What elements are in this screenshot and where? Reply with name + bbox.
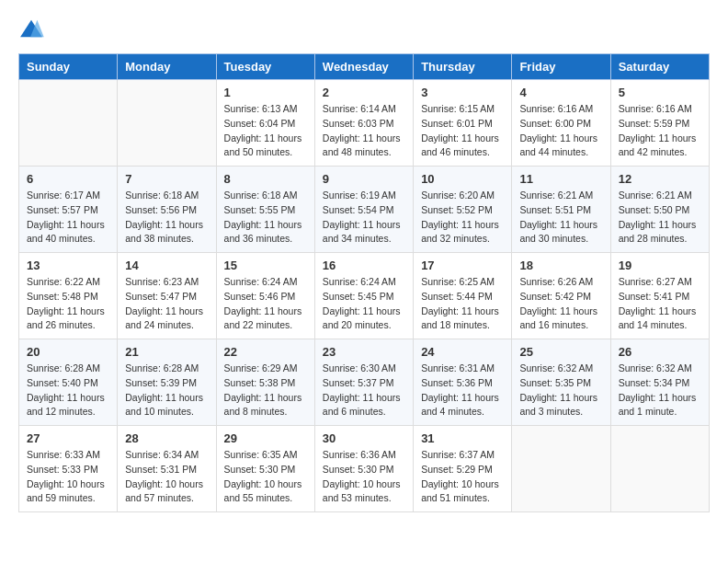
- weekday-row: SundayMondayTuesdayWednesdayThursdayFrid…: [19, 54, 710, 80]
- weekday-header-monday: Monday: [118, 54, 216, 80]
- calendar-cell: 25Sunrise: 6:32 AMSunset: 5:35 PMDayligh…: [512, 339, 610, 426]
- day-info: Sunrise: 6:18 AMSunset: 5:55 PMDaylight:…: [224, 189, 307, 247]
- calendar-cell: 2Sunrise: 6:14 AMSunset: 6:03 PMDaylight…: [314, 80, 413, 167]
- day-info: Sunrise: 6:18 AMSunset: 5:56 PMDaylight:…: [125, 189, 208, 247]
- day-info: Sunrise: 6:17 AMSunset: 5:57 PMDaylight:…: [27, 189, 109, 247]
- day-info: Sunrise: 6:21 AMSunset: 5:50 PMDaylight:…: [619, 189, 701, 247]
- calendar-cell: 7Sunrise: 6:18 AMSunset: 5:56 PMDaylight…: [118, 167, 216, 253]
- calendar-cell: 8Sunrise: 6:18 AMSunset: 5:55 PMDaylight…: [216, 167, 314, 253]
- calendar-cell: 19Sunrise: 6:27 AMSunset: 5:41 PMDayligh…: [610, 253, 709, 339]
- day-number: 14: [125, 259, 208, 272]
- day-number: 26: [619, 345, 701, 359]
- logo: [18, 18, 48, 39]
- day-number: 19: [619, 259, 701, 272]
- calendar-cell: 13Sunrise: 6:22 AMSunset: 5:48 PMDayligh…: [19, 253, 118, 339]
- calendar-cell: 18Sunrise: 6:26 AMSunset: 5:42 PMDayligh…: [512, 253, 610, 339]
- calendar-cell: 4Sunrise: 6:16 AMSunset: 6:00 PMDaylight…: [512, 80, 610, 167]
- day-info: Sunrise: 6:32 AMSunset: 5:34 PMDaylight:…: [619, 362, 701, 419]
- calendar-cell: 27Sunrise: 6:33 AMSunset: 5:33 PMDayligh…: [19, 426, 118, 512]
- day-number: 17: [421, 259, 504, 272]
- day-number: 21: [125, 345, 208, 359]
- weekday-header-sunday: Sunday: [19, 54, 118, 80]
- day-number: 6: [27, 172, 109, 186]
- day-number: 5: [619, 86, 701, 99]
- day-info: Sunrise: 6:28 AMSunset: 5:40 PMDaylight:…: [27, 362, 109, 419]
- calendar-cell: 5Sunrise: 6:16 AMSunset: 5:59 PMDaylight…: [610, 80, 709, 167]
- day-number: 11: [519, 172, 602, 186]
- calendar-cell: 15Sunrise: 6:24 AMSunset: 5:46 PMDayligh…: [216, 253, 314, 339]
- calendar-cell: 24Sunrise: 6:31 AMSunset: 5:36 PMDayligh…: [414, 339, 512, 426]
- calendar-cell: [512, 426, 610, 512]
- calendar-cell: 31Sunrise: 6:37 AMSunset: 5:29 PMDayligh…: [414, 426, 512, 512]
- day-info: Sunrise: 6:15 AMSunset: 6:01 PMDaylight:…: [421, 102, 504, 160]
- day-number: 3: [421, 86, 504, 99]
- day-info: Sunrise: 6:16 AMSunset: 5:59 PMDaylight:…: [619, 102, 701, 160]
- weekday-header-friday: Friday: [512, 54, 610, 80]
- day-number: 8: [224, 172, 307, 186]
- day-number: 29: [224, 431, 307, 445]
- weekday-header-thursday: Thursday: [414, 54, 512, 80]
- day-number: 13: [27, 259, 109, 272]
- day-info: Sunrise: 6:34 AMSunset: 5:31 PMDaylight:…: [125, 448, 208, 506]
- calendar-cell: 29Sunrise: 6:35 AMSunset: 5:30 PMDayligh…: [216, 426, 314, 512]
- day-number: 25: [519, 345, 602, 359]
- calendar-cell: [19, 80, 118, 167]
- calendar-cell: 16Sunrise: 6:24 AMSunset: 5:45 PMDayligh…: [314, 253, 413, 339]
- calendar-week-3: 13Sunrise: 6:22 AMSunset: 5:48 PMDayligh…: [19, 253, 710, 339]
- calendar-week-2: 6Sunrise: 6:17 AMSunset: 5:57 PMDaylight…: [19, 167, 710, 253]
- day-number: 16: [323, 259, 405, 272]
- calendar-week-4: 20Sunrise: 6:28 AMSunset: 5:40 PMDayligh…: [19, 339, 710, 426]
- day-info: Sunrise: 6:21 AMSunset: 5:51 PMDaylight:…: [519, 189, 602, 247]
- day-info: Sunrise: 6:26 AMSunset: 5:42 PMDaylight:…: [519, 275, 602, 333]
- calendar-cell: 17Sunrise: 6:25 AMSunset: 5:44 PMDayligh…: [414, 253, 512, 339]
- day-info: Sunrise: 6:25 AMSunset: 5:44 PMDaylight:…: [421, 275, 504, 333]
- day-info: Sunrise: 6:23 AMSunset: 5:47 PMDaylight:…: [125, 275, 208, 333]
- calendar-cell: 12Sunrise: 6:21 AMSunset: 5:50 PMDayligh…: [610, 167, 709, 253]
- day-info: Sunrise: 6:30 AMSunset: 5:37 PMDaylight:…: [323, 362, 405, 419]
- day-number: 10: [421, 172, 504, 186]
- day-info: Sunrise: 6:13 AMSunset: 6:04 PMDaylight:…: [224, 102, 307, 160]
- day-info: Sunrise: 6:32 AMSunset: 5:35 PMDaylight:…: [519, 362, 602, 419]
- calendar-cell: 11Sunrise: 6:21 AMSunset: 5:51 PMDayligh…: [512, 167, 610, 253]
- calendar-cell: 10Sunrise: 6:20 AMSunset: 5:52 PMDayligh…: [414, 167, 512, 253]
- calendar-table: SundayMondayTuesdayWednesdayThursdayFrid…: [18, 53, 710, 512]
- day-number: 24: [421, 345, 504, 359]
- day-number: 20: [27, 345, 109, 359]
- day-info: Sunrise: 6:24 AMSunset: 5:45 PMDaylight:…: [323, 275, 405, 333]
- calendar-cell: 21Sunrise: 6:28 AMSunset: 5:39 PMDayligh…: [118, 339, 216, 426]
- calendar-header: SundayMondayTuesdayWednesdayThursdayFrid…: [19, 54, 710, 80]
- calendar-week-1: 1Sunrise: 6:13 AMSunset: 6:04 PMDaylight…: [19, 80, 710, 167]
- calendar-cell: 20Sunrise: 6:28 AMSunset: 5:40 PMDayligh…: [19, 339, 118, 426]
- day-info: Sunrise: 6:16 AMSunset: 6:00 PMDaylight:…: [519, 102, 602, 160]
- day-number: 22: [224, 345, 307, 359]
- calendar-cell: 9Sunrise: 6:19 AMSunset: 5:54 PMDaylight…: [314, 167, 413, 253]
- day-info: Sunrise: 6:36 AMSunset: 5:30 PMDaylight:…: [323, 448, 405, 506]
- day-info: Sunrise: 6:33 AMSunset: 5:33 PMDaylight:…: [27, 448, 109, 506]
- day-info: Sunrise: 6:31 AMSunset: 5:36 PMDaylight:…: [421, 362, 504, 419]
- calendar-week-5: 27Sunrise: 6:33 AMSunset: 5:33 PMDayligh…: [19, 426, 710, 512]
- calendar-cell: [610, 426, 709, 512]
- page-header: [18, 18, 710, 39]
- calendar-cell: [118, 80, 216, 167]
- day-info: Sunrise: 6:37 AMSunset: 5:29 PMDaylight:…: [421, 448, 504, 506]
- calendar-cell: 28Sunrise: 6:34 AMSunset: 5:31 PMDayligh…: [118, 426, 216, 512]
- day-number: 30: [323, 431, 405, 445]
- day-info: Sunrise: 6:19 AMSunset: 5:54 PMDaylight:…: [323, 189, 405, 247]
- logo-icon: [18, 18, 44, 39]
- weekday-header-saturday: Saturday: [610, 54, 709, 80]
- day-number: 7: [125, 172, 208, 186]
- calendar-cell: 6Sunrise: 6:17 AMSunset: 5:57 PMDaylight…: [19, 167, 118, 253]
- calendar-cell: 14Sunrise: 6:23 AMSunset: 5:47 PMDayligh…: [118, 253, 216, 339]
- day-number: 4: [519, 86, 602, 99]
- day-number: 12: [619, 172, 701, 186]
- day-info: Sunrise: 6:14 AMSunset: 6:03 PMDaylight:…: [323, 102, 405, 160]
- calendar-cell: 23Sunrise: 6:30 AMSunset: 5:37 PMDayligh…: [314, 339, 413, 426]
- day-info: Sunrise: 6:29 AMSunset: 5:38 PMDaylight:…: [224, 362, 307, 419]
- calendar-cell: 1Sunrise: 6:13 AMSunset: 6:04 PMDaylight…: [216, 80, 314, 167]
- day-number: 27: [27, 431, 109, 445]
- day-number: 18: [519, 259, 602, 272]
- calendar-cell: 3Sunrise: 6:15 AMSunset: 6:01 PMDaylight…: [414, 80, 512, 167]
- calendar-cell: 30Sunrise: 6:36 AMSunset: 5:30 PMDayligh…: [314, 426, 413, 512]
- day-number: 23: [323, 345, 405, 359]
- day-number: 1: [224, 86, 307, 99]
